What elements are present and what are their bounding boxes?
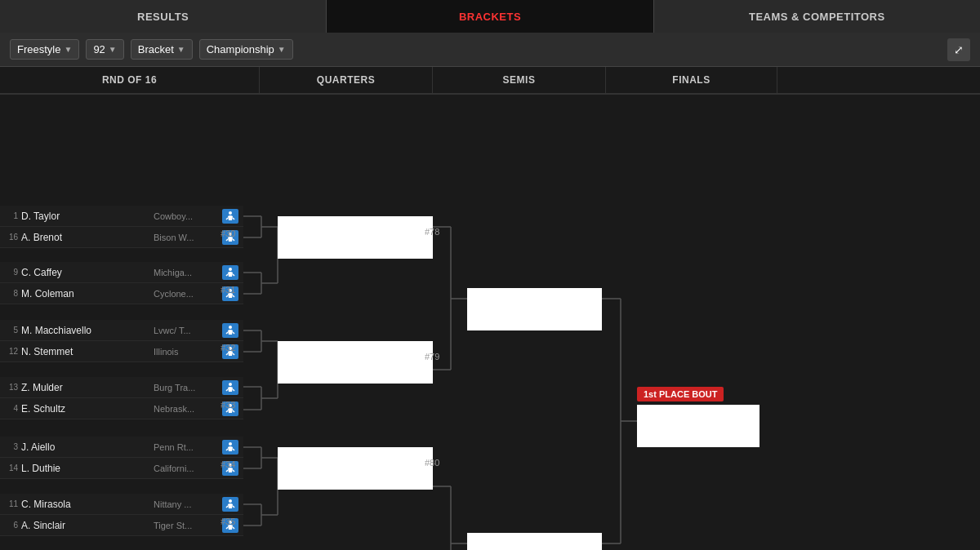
weight-filter[interactable]: 92 ▼	[86, 39, 123, 60]
bracket-area: 1 D. Taylor Cowboy... 16 A. Brenot Bison…	[0, 95, 980, 550]
team-name: Cyclone...	[154, 289, 219, 299]
seed: 1	[5, 211, 18, 220]
svg-line-60	[233, 274, 234, 276]
team-name: Bison W...	[154, 233, 219, 242]
semis-box-1[interactable]	[467, 288, 602, 309]
quarters-label-80: #80	[425, 458, 439, 468]
wrestler-icon	[222, 440, 238, 455]
header-finals: FINALS	[606, 67, 777, 93]
svg-line-83	[226, 506, 228, 508]
competitor-name: C. Caffey	[21, 267, 150, 278]
match-number-label: #31	[220, 285, 235, 295]
svg-point-82	[229, 499, 232, 503]
seed: 3	[5, 442, 18, 451]
svg-line-78	[233, 449, 234, 450]
match-number-label: #32	[220, 343, 235, 353]
svg-line-84	[233, 506, 234, 508]
competitor-row[interactable]: 16 A. Brenot Bison W...	[0, 227, 243, 248]
svg-line-81	[233, 470, 234, 472]
competitor-name: J. Aiello	[21, 441, 150, 453]
semis-box-1b[interactable]	[467, 309, 602, 330]
svg-point-52	[229, 211, 232, 215]
competitor-row[interactable]: 3 J. Aiello Penn Rt...	[0, 437, 243, 458]
team-name: Illinois	[154, 347, 219, 357]
svg-point-76	[229, 442, 232, 446]
competitor-name: E. Schultz	[21, 403, 150, 415]
quarters-box-80b[interactable]	[278, 468, 433, 490]
svg-line-54	[233, 218, 234, 220]
quarters-box-78[interactable]	[278, 216, 433, 237]
semis-box-2[interactable]	[467, 533, 602, 550]
svg-point-58	[229, 268, 232, 271]
svg-line-80	[226, 470, 228, 472]
expand-button[interactable]: ⤢	[947, 38, 970, 61]
competitor-row[interactable]: 5 M. Macchiavello Lvwc/ T...	[0, 320, 243, 341]
competitor-name: N. Stemmet	[21, 346, 150, 357]
svg-line-63	[233, 295, 234, 297]
nav-tab-teams[interactable]: TEAMS & COMPETITORS	[654, 0, 980, 33]
competitor-row[interactable]: 4 E. Schultz Nebrask...	[0, 398, 243, 419]
finals-box-1[interactable]	[637, 405, 760, 426]
seed: 14	[5, 464, 18, 472]
seed: 4	[5, 404, 18, 413]
header-rnd16: RND OF 16	[0, 67, 260, 93]
competitor-name: L. Duthie	[21, 463, 150, 474]
svg-line-66	[233, 332, 234, 334]
competitor-row[interactable]: 9 C. Caffey Michiga...	[0, 262, 243, 283]
nav-tab-results[interactable]: RESULTS	[0, 0, 327, 33]
svg-point-70	[229, 383, 232, 386]
filter-bar: Freestyle ▼ 92 ▼ Bracket ▼ Championship …	[0, 33, 980, 67]
bracket-type-filter[interactable]: Bracket ▼	[131, 39, 193, 60]
quarters-box-79[interactable]	[278, 341, 433, 362]
competitor-name: A. Brenot	[21, 232, 150, 243]
quarters-box-80[interactable]	[278, 447, 433, 468]
competitor-row[interactable]: 13 Z. Mulder Burg Tra...	[0, 377, 243, 398]
header-semis: SEMIS	[433, 67, 606, 93]
svg-line-74	[226, 410, 228, 412]
competitor-row[interactable]: 1 D. Taylor Cowboy...	[0, 206, 243, 227]
competitor-row[interactable]: 6 A. Sinclair Tiger St...	[0, 515, 243, 536]
competitor-name: M. Macchiavello	[21, 325, 150, 336]
wrestler-icon	[222, 497, 238, 512]
match-number-label: #34	[220, 459, 235, 469]
quarters-box-79b[interactable]	[278, 362, 433, 384]
svg-line-72	[233, 389, 234, 391]
bracket-column-headers: RND OF 16 QUARTERS SEMIS FINALS	[0, 67, 980, 95]
svg-line-75	[233, 410, 234, 412]
bracket-name-arrow: ▼	[278, 45, 286, 54]
wrestler-icon	[222, 209, 238, 224]
competitor-name: M. Coleman	[21, 288, 150, 299]
quarters-label-78: #78	[425, 227, 439, 237]
svg-line-86	[226, 527, 228, 529]
svg-line-68	[226, 353, 228, 355]
competitor-row[interactable]: 8 M. Coleman Cyclone...	[0, 283, 243, 304]
finals-box-2[interactable]	[637, 426, 760, 447]
competitor-row[interactable]: 11 C. Mirasola Nittany ...	[0, 494, 243, 515]
svg-line-57	[233, 239, 234, 241]
header-quarters: QUARTERS	[260, 67, 433, 93]
seed: 8	[5, 289, 18, 298]
competitor-row[interactable]: 14 L. Duthie Californi...	[0, 458, 243, 479]
team-name: Lvwc/ T...	[154, 326, 219, 335]
quarters-box-78b[interactable]	[278, 237, 433, 259]
style-filter[interactable]: Freestyle ▼	[10, 39, 79, 60]
svg-line-56	[226, 239, 228, 241]
svg-line-53	[226, 218, 228, 220]
nav-tab-brackets[interactable]: BRACKETS	[327, 0, 653, 33]
seed: 13	[5, 383, 18, 392]
top-navigation: RESULTS BRACKETS TEAMS & COMPETITORS	[0, 0, 980, 33]
quarters-label-79: #79	[425, 352, 439, 361]
wrestler-icon	[222, 323, 238, 338]
competitor-name: D. Taylor	[21, 211, 150, 222]
seed: 11	[5, 499, 18, 508]
team-name: Californi...	[154, 464, 219, 473]
svg-line-59	[226, 274, 228, 276]
svg-line-87	[233, 527, 234, 529]
bracket-name-filter[interactable]: Championship ▼	[199, 39, 293, 60]
seed: 6	[5, 521, 18, 530]
match-number-label: #35	[220, 517, 235, 526]
svg-point-64	[229, 326, 232, 329]
wrestler-icon	[222, 380, 238, 395]
competitor-row[interactable]: 12 N. Stemmet Illinois	[0, 341, 243, 362]
competitor-name: C. Mirasola	[21, 499, 150, 510]
